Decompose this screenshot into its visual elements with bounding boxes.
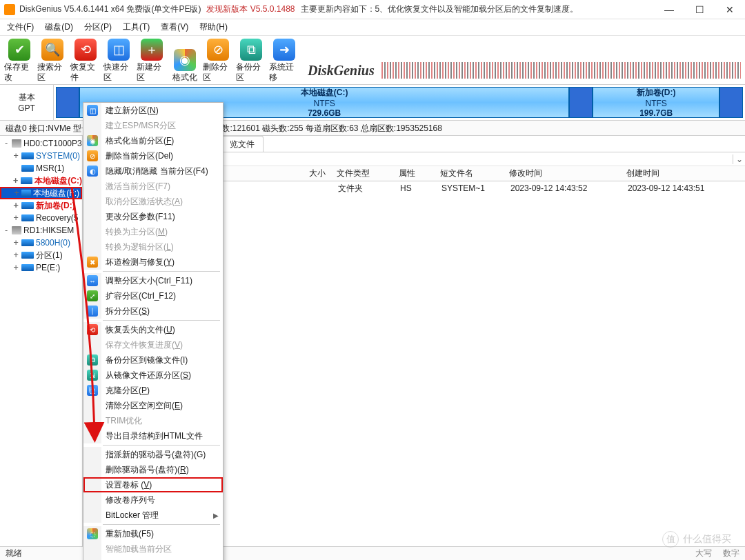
expand-icon[interactable]: + (12, 263, 19, 272)
ctx-item[interactable]: 删除驱动器号(盘符)(R) (83, 462, 223, 477)
tree-node[interactable]: +分区(1) (0, 249, 82, 261)
ctx-item[interactable]: ✖坏道检测与修复(Y) (83, 254, 223, 270)
ctx-label: 扩容分区(Ctrl_F12) (101, 290, 223, 302)
ctx-label: 删除当前分区(Del) (101, 150, 223, 162)
ctx-icon: ◐ (87, 166, 98, 177)
app-icon (4, 4, 15, 15)
ctx-item[interactable]: ｜拆分分区(S) (83, 303, 223, 319)
tree-node[interactable]: +PE(E:) (0, 261, 82, 274)
menu-item-5[interactable]: 帮助(H) (199, 21, 228, 33)
tree-node[interactable]: +新加卷(D:) (0, 199, 82, 212)
tree-node[interactable]: +本地磁盘(F:) (0, 187, 82, 199)
ctx-item[interactable]: ⟲恢复丢失的文件(U) (83, 322, 223, 337)
toolbar-恢复文件[interactable]: ⟲恢复文件 (70, 39, 101, 83)
expand-icon[interactable]: + (12, 213, 19, 223)
map-segment-small2[interactable] (569, 87, 593, 118)
title-bar: DiskGenius V5.4.6.1441 x64 免费版(单文件PE版) 发… (0, 0, 745, 19)
tab-browse[interactable]: 览文件 (221, 136, 264, 152)
ctx-item: 保存文件恢复进度(V) (83, 337, 223, 352)
ctx-icon: ⧉ (87, 354, 98, 366)
ctx-item[interactable]: 指派新的驱动器号(盘符)(G) (83, 447, 223, 462)
context-menu[interactable]: ◫建立新分区(N)建立ESP/MSR分区◉格式化当前分区(F)⊘删除当前分区(D… (83, 102, 223, 560)
toolbar-保存更改[interactable]: ✔保存更改 (4, 39, 34, 83)
menu-separator (103, 445, 220, 446)
ctx-item[interactable]: ◐隐藏/取消隐藏 当前分区(F4) (83, 163, 223, 179)
ctx-label: 从镜像文件还原分区(S) (101, 370, 223, 381)
toolbar-快速分区[interactable]: ◫快速分区 (103, 39, 134, 83)
ctx-item[interactable]: 更改分区参数(F11) (83, 209, 223, 224)
tree-node[interactable]: +本地磁盘(C:) (0, 174, 82, 187)
map-segment-small[interactable] (56, 87, 79, 118)
ctx-icon: ◉ (87, 135, 98, 146)
tree-node[interactable]: -HD0:CT1000P3 (0, 137, 82, 150)
ctx-item[interactable]: BitLocker 管理▶ (83, 508, 223, 523)
ctx-item[interactable]: ◫建立新分区(N) (83, 103, 223, 118)
toolbar-新建分区[interactable]: ＋新建分区 (137, 39, 167, 83)
ctx-item[interactable]: ◌重新加载(F5) (83, 526, 223, 541)
partition-tree[interactable]: -HD0:CT1000P3+SYSTEM(0)+MSR(1)+本地磁盘(C:)+… (0, 136, 83, 560)
expand-icon[interactable]: + (12, 250, 19, 260)
ctx-label: 转换为主分区(M) (101, 226, 223, 238)
ctx-label: TRIM优化 (101, 415, 223, 427)
volume-icon (21, 202, 34, 209)
ctx-item[interactable]: ⧉备份分区到镜像文件(I) (83, 352, 223, 368)
tree-node[interactable]: +MSR(1) (0, 162, 82, 174)
toolbar-icon: ⧉ (240, 39, 262, 61)
expand-icon[interactable]: - (3, 226, 10, 235)
ctx-label: BitLocker 管理 (101, 510, 223, 521)
ctx-item[interactable]: 修改卷序列号 (83, 492, 223, 508)
menu-item-0[interactable]: 文件(F) (7, 21, 34, 33)
volume-icon (21, 252, 34, 259)
submenu-arrow-icon: ▶ (213, 512, 219, 519)
expand-icon[interactable]: - (3, 139, 10, 148)
menu-separator (103, 271, 220, 272)
toolbar-搜索分区[interactable]: 🔍搜索分区 (37, 39, 68, 83)
expand-icon[interactable]: + (12, 163, 19, 173)
ctx-item: 转换为主分区(M) (83, 224, 223, 239)
menu-separator (103, 524, 220, 525)
toolbar-icon: ⟲ (74, 39, 97, 61)
expand-icon[interactable]: + (14, 188, 19, 198)
tree-node[interactable]: +Recovery(5 (0, 212, 82, 224)
ctx-item[interactable]: ⇲从镜像文件还原分区(S) (83, 368, 223, 383)
expand-icon[interactable]: + (12, 151, 19, 161)
window-max-button[interactable]: ☐ (688, 4, 711, 15)
tree-node[interactable]: +5800H(0) (0, 237, 82, 249)
ctx-item[interactable]: ⿻克隆分区(P) (83, 383, 223, 398)
expand-icon[interactable]: + (12, 176, 19, 186)
menu-separator (103, 320, 220, 321)
ctx-item[interactable]: ⤢扩容分区(Ctrl_F12) (83, 288, 223, 303)
ctx-item[interactable]: 导出目录结构到HTML文件 (83, 428, 223, 443)
toolbar-删除分区[interactable]: ⊘删除分区 (203, 39, 233, 83)
banner: DiskGenius (308, 58, 741, 83)
map-segment-d[interactable]: 新加卷(D:) NTFS 199.7GB (593, 87, 719, 118)
ctx-item[interactable]: ↔调整分区大小(Ctrl_F11) (83, 273, 223, 288)
path-dropdown-icon[interactable]: ⌄ (733, 154, 745, 164)
menu-item-2[interactable]: 分区(P) (84, 21, 112, 33)
tree-node[interactable]: +SYSTEM(0) (0, 150, 82, 162)
map-segment-small3[interactable] (719, 87, 743, 118)
menu-item-4[interactable]: 查看(V) (161, 21, 188, 33)
toolbar-icon: ✔ (8, 39, 30, 61)
ctx-label: 恢复丢失的文件(U) (101, 324, 223, 336)
expand-icon[interactable]: + (12, 201, 19, 210)
window-close-button[interactable]: ✕ (719, 4, 741, 15)
content-tabs: 览文件 (221, 136, 745, 152)
menu-item-3[interactable]: 工具(T) (123, 21, 150, 33)
ctx-item[interactable]: 设置卷标 (V) (83, 477, 223, 492)
ctx-item[interactable]: ◉格式化当前分区(F) (83, 133, 223, 148)
window-min-button[interactable]: — (658, 4, 680, 15)
toolbar-格式化[interactable]: ◉格式化 (170, 49, 200, 83)
toolbar-备份分区[interactable]: ⧉备份分区 (236, 39, 266, 83)
ctx-item[interactable]: 调整簇区数据 (83, 557, 223, 560)
expand-icon[interactable]: + (12, 238, 19, 248)
toolbar-系统迁移[interactable]: ➜系统迁移 (269, 39, 299, 83)
menu-item-1[interactable]: 磁盘(D) (45, 21, 73, 33)
ctx-item[interactable]: 清除分区空闲空间(E) (83, 398, 223, 413)
ctx-item[interactable]: ⊘删除当前分区(Del) (83, 148, 223, 163)
ctx-label: 激活当前分区(F7) (101, 181, 223, 192)
ctx-label: 克隆分区(P) (101, 385, 223, 397)
toolbar-icon: ◫ (108, 39, 130, 61)
tree-node[interactable]: -RD1:HIKSEM (0, 224, 82, 237)
ctx-label: 保存文件恢复进度(V) (101, 339, 223, 351)
